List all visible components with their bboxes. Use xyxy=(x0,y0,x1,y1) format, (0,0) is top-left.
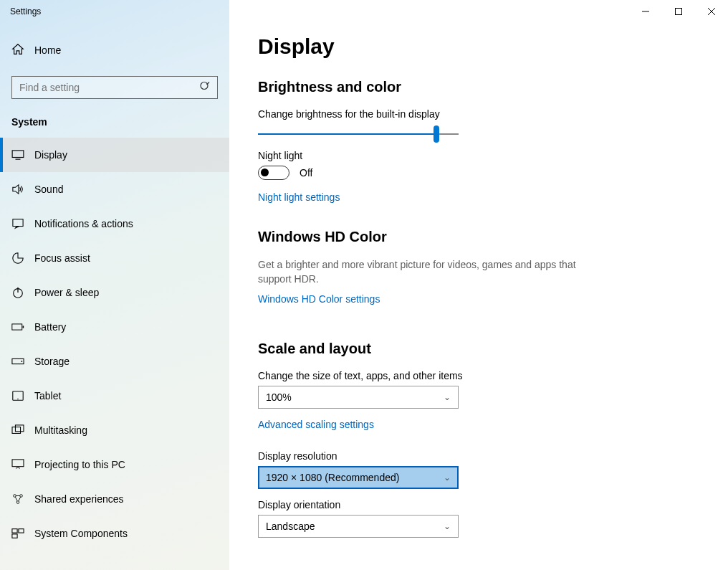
svg-rect-12 xyxy=(23,326,24,328)
sidebar: Home System Display Sound Notifications … xyxy=(0,0,229,570)
brightness-label: Change brightness for the built-in displ… xyxy=(258,108,699,120)
svg-rect-8 xyxy=(13,219,23,227)
close-button[interactable] xyxy=(695,0,728,23)
svg-point-21 xyxy=(20,495,23,498)
nav-label: Projecting to this PC xyxy=(34,459,125,470)
brightness-slider[interactable] xyxy=(258,133,459,135)
advanced-scaling-link[interactable]: Advanced scaling settings xyxy=(258,419,374,430)
shared-icon xyxy=(11,493,24,505)
nav-item-shared[interactable]: Shared experiences xyxy=(0,482,229,516)
display-icon xyxy=(11,150,24,160)
chevron-down-icon: ⌄ xyxy=(444,392,451,402)
nav-item-sound[interactable]: Sound xyxy=(0,172,229,206)
chevron-down-icon: ⌄ xyxy=(444,472,451,483)
orientation-label: Display orientation xyxy=(258,499,699,510)
components-icon xyxy=(11,528,24,539)
orientation-value: Landscape xyxy=(266,521,315,532)
page-title: Display xyxy=(258,34,699,59)
section-scale-heading: Scale and layout xyxy=(258,341,699,357)
svg-point-22 xyxy=(16,501,19,504)
svg-rect-18 xyxy=(15,425,24,432)
resolution-label: Display resolution xyxy=(258,450,699,462)
nav-item-components[interactable]: System Components xyxy=(0,516,229,551)
nav-item-notifications[interactable]: Notifications & actions xyxy=(0,206,229,241)
titlebar: Settings xyxy=(0,0,728,23)
nav-label: Battery xyxy=(34,321,66,333)
svg-rect-11 xyxy=(12,324,22,330)
nightlight-state: Off xyxy=(300,167,312,179)
nav-label: Sound xyxy=(34,184,63,195)
text-size-label: Change the size of text, apps, and other… xyxy=(258,370,699,381)
content-area: Display Brightness and color Change brig… xyxy=(229,0,728,570)
hdcolor-settings-link[interactable]: Windows HD Color settings xyxy=(258,293,380,305)
nightlight-settings-link[interactable]: Night light settings xyxy=(258,191,340,203)
svg-point-16 xyxy=(17,399,18,399)
nav-label: Shared experiences xyxy=(34,493,124,505)
nav-item-battery[interactable]: Battery xyxy=(0,310,229,344)
svg-rect-17 xyxy=(12,427,21,434)
multitasking-icon xyxy=(11,424,24,436)
nav-label: Focus assist xyxy=(34,252,90,264)
text-size-value: 100% xyxy=(266,391,292,403)
svg-rect-19 xyxy=(12,460,24,467)
nav-item-focus[interactable]: Focus assist xyxy=(0,241,229,275)
nav-label: System Components xyxy=(34,528,128,539)
home-nav[interactable]: Home xyxy=(0,34,229,66)
focus-icon xyxy=(11,252,24,265)
svg-point-14 xyxy=(21,361,23,362)
home-icon xyxy=(11,43,24,58)
nav-label: Display xyxy=(34,149,67,161)
svg-rect-6 xyxy=(12,151,24,158)
nav-item-multitasking[interactable]: Multitasking xyxy=(0,413,229,447)
window-title: Settings xyxy=(0,6,41,16)
svg-rect-26 xyxy=(12,529,17,533)
text-size-dropdown[interactable]: 100% ⌄ xyxy=(258,386,459,409)
chevron-down-icon: ⌄ xyxy=(444,521,451,531)
nav-list: Display Sound Notifications & actions Fo… xyxy=(0,138,229,551)
nav-item-tablet[interactable]: Tablet xyxy=(0,379,229,413)
tablet-icon xyxy=(11,390,24,402)
svg-rect-27 xyxy=(19,529,24,533)
nav-label: Tablet xyxy=(34,390,61,402)
resolution-value: 1920 × 1080 (Recommended) xyxy=(266,472,399,483)
section-brightness-heading: Brightness and color xyxy=(258,79,699,95)
storage-icon xyxy=(11,356,24,366)
svg-point-20 xyxy=(14,495,16,498)
nav-label: Multitasking xyxy=(34,424,87,436)
section-hdcolor-heading: Windows HD Color xyxy=(258,229,699,245)
nav-item-power[interactable]: Power & sleep xyxy=(0,275,229,310)
search-input[interactable] xyxy=(11,76,218,99)
category-header: System xyxy=(0,112,229,138)
minimize-button[interactable] xyxy=(629,0,662,23)
nav-label: Notifications & actions xyxy=(34,218,133,229)
nav-label: Power & sleep xyxy=(34,287,99,298)
nav-item-storage[interactable]: Storage xyxy=(0,344,229,379)
nightlight-toggle[interactable] xyxy=(258,166,289,180)
resolution-dropdown[interactable]: 1920 × 1080 (Recommended) ⌄ xyxy=(258,466,459,489)
orientation-dropdown[interactable]: Landscape ⌄ xyxy=(258,515,459,538)
svg-line-23 xyxy=(15,497,17,500)
notifications-icon xyxy=(11,218,24,229)
power-icon xyxy=(11,286,24,299)
maximize-button[interactable] xyxy=(662,0,695,23)
home-label: Home xyxy=(34,44,61,56)
battery-icon xyxy=(11,323,24,331)
hdcolor-desc: Get a brighter and more vibrant picture … xyxy=(258,258,588,286)
nav-item-projecting[interactable]: Projecting to this PC xyxy=(0,447,229,482)
svg-line-24 xyxy=(19,497,21,500)
svg-rect-1 xyxy=(676,9,682,15)
sound-icon xyxy=(11,184,24,195)
nightlight-heading: Night light xyxy=(258,150,699,161)
nav-item-display[interactable]: Display xyxy=(0,138,229,172)
nav-label: Storage xyxy=(34,356,70,367)
projecting-icon xyxy=(11,459,24,470)
svg-rect-28 xyxy=(12,534,17,538)
